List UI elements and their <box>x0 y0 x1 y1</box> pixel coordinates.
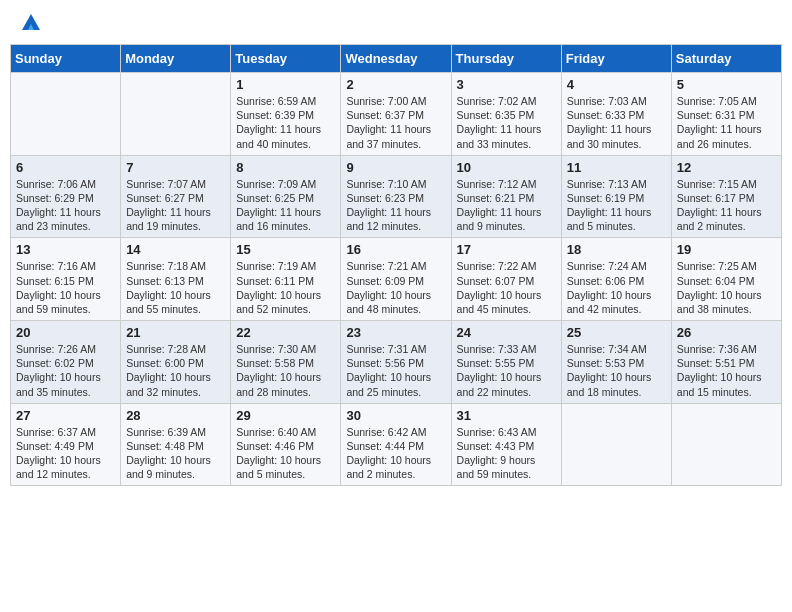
day-cell <box>561 403 671 486</box>
day-number: 2 <box>346 77 445 92</box>
day-number: 14 <box>126 242 225 257</box>
day-detail: Sunrise: 7:34 AMSunset: 5:53 PMDaylight:… <box>567 342 666 399</box>
day-detail: Sunrise: 7:30 AMSunset: 5:58 PMDaylight:… <box>236 342 335 399</box>
day-detail: Sunrise: 6:37 AMSunset: 4:49 PMDaylight:… <box>16 425 115 482</box>
logo-icon <box>20 12 42 34</box>
day-number: 31 <box>457 408 556 423</box>
day-detail: Sunrise: 7:05 AMSunset: 6:31 PMDaylight:… <box>677 94 776 151</box>
day-cell: 10Sunrise: 7:12 AMSunset: 6:21 PMDayligh… <box>451 155 561 238</box>
day-cell: 9Sunrise: 7:10 AMSunset: 6:23 PMDaylight… <box>341 155 451 238</box>
day-cell: 30Sunrise: 6:42 AMSunset: 4:44 PMDayligh… <box>341 403 451 486</box>
day-detail: Sunrise: 7:13 AMSunset: 6:19 PMDaylight:… <box>567 177 666 234</box>
day-number: 10 <box>457 160 556 175</box>
day-number: 21 <box>126 325 225 340</box>
day-number: 23 <box>346 325 445 340</box>
day-detail: Sunrise: 7:24 AMSunset: 6:06 PMDaylight:… <box>567 259 666 316</box>
day-number: 16 <box>346 242 445 257</box>
day-cell: 4Sunrise: 7:03 AMSunset: 6:33 PMDaylight… <box>561 73 671 156</box>
week-row-4: 20Sunrise: 7:26 AMSunset: 6:02 PMDayligh… <box>11 321 782 404</box>
day-number: 25 <box>567 325 666 340</box>
week-row-1: 1Sunrise: 6:59 AMSunset: 6:39 PMDaylight… <box>11 73 782 156</box>
day-number: 3 <box>457 77 556 92</box>
week-row-3: 13Sunrise: 7:16 AMSunset: 6:15 PMDayligh… <box>11 238 782 321</box>
day-number: 6 <box>16 160 115 175</box>
day-number: 22 <box>236 325 335 340</box>
day-cell: 15Sunrise: 7:19 AMSunset: 6:11 PMDayligh… <box>231 238 341 321</box>
day-detail: Sunrise: 6:59 AMSunset: 6:39 PMDaylight:… <box>236 94 335 151</box>
day-number: 30 <box>346 408 445 423</box>
day-detail: Sunrise: 7:33 AMSunset: 5:55 PMDaylight:… <box>457 342 556 399</box>
day-cell <box>121 73 231 156</box>
day-number: 24 <box>457 325 556 340</box>
day-detail: Sunrise: 7:25 AMSunset: 6:04 PMDaylight:… <box>677 259 776 316</box>
day-number: 15 <box>236 242 335 257</box>
day-number: 11 <box>567 160 666 175</box>
day-detail: Sunrise: 7:22 AMSunset: 6:07 PMDaylight:… <box>457 259 556 316</box>
day-detail: Sunrise: 7:09 AMSunset: 6:25 PMDaylight:… <box>236 177 335 234</box>
header-row: SundayMondayTuesdayWednesdayThursdayFrid… <box>11 45 782 73</box>
logo <box>18 12 42 34</box>
day-cell: 8Sunrise: 7:09 AMSunset: 6:25 PMDaylight… <box>231 155 341 238</box>
day-detail: Sunrise: 7:28 AMSunset: 6:00 PMDaylight:… <box>126 342 225 399</box>
day-detail: Sunrise: 6:40 AMSunset: 4:46 PMDaylight:… <box>236 425 335 482</box>
day-number: 7 <box>126 160 225 175</box>
day-cell: 17Sunrise: 7:22 AMSunset: 6:07 PMDayligh… <box>451 238 561 321</box>
day-number: 12 <box>677 160 776 175</box>
day-cell: 20Sunrise: 7:26 AMSunset: 6:02 PMDayligh… <box>11 321 121 404</box>
col-header-saturday: Saturday <box>671 45 781 73</box>
day-number: 26 <box>677 325 776 340</box>
day-number: 27 <box>16 408 115 423</box>
day-cell: 26Sunrise: 7:36 AMSunset: 5:51 PMDayligh… <box>671 321 781 404</box>
day-detail: Sunrise: 7:12 AMSunset: 6:21 PMDaylight:… <box>457 177 556 234</box>
day-detail: Sunrise: 7:19 AMSunset: 6:11 PMDaylight:… <box>236 259 335 316</box>
day-number: 13 <box>16 242 115 257</box>
day-detail: Sunrise: 6:42 AMSunset: 4:44 PMDaylight:… <box>346 425 445 482</box>
col-header-monday: Monday <box>121 45 231 73</box>
day-detail: Sunrise: 7:31 AMSunset: 5:56 PMDaylight:… <box>346 342 445 399</box>
day-cell: 25Sunrise: 7:34 AMSunset: 5:53 PMDayligh… <box>561 321 671 404</box>
day-cell: 22Sunrise: 7:30 AMSunset: 5:58 PMDayligh… <box>231 321 341 404</box>
day-detail: Sunrise: 7:10 AMSunset: 6:23 PMDaylight:… <box>346 177 445 234</box>
day-detail: Sunrise: 6:39 AMSunset: 4:48 PMDaylight:… <box>126 425 225 482</box>
day-cell: 13Sunrise: 7:16 AMSunset: 6:15 PMDayligh… <box>11 238 121 321</box>
col-header-tuesday: Tuesday <box>231 45 341 73</box>
col-header-thursday: Thursday <box>451 45 561 73</box>
day-number: 19 <box>677 242 776 257</box>
calendar-table: SundayMondayTuesdayWednesdayThursdayFrid… <box>10 44 782 486</box>
day-cell: 16Sunrise: 7:21 AMSunset: 6:09 PMDayligh… <box>341 238 451 321</box>
day-cell: 19Sunrise: 7:25 AMSunset: 6:04 PMDayligh… <box>671 238 781 321</box>
day-number: 4 <box>567 77 666 92</box>
day-cell: 21Sunrise: 7:28 AMSunset: 6:00 PMDayligh… <box>121 321 231 404</box>
col-header-friday: Friday <box>561 45 671 73</box>
day-number: 1 <box>236 77 335 92</box>
day-detail: Sunrise: 7:02 AMSunset: 6:35 PMDaylight:… <box>457 94 556 151</box>
day-detail: Sunrise: 7:06 AMSunset: 6:29 PMDaylight:… <box>16 177 115 234</box>
day-number: 5 <box>677 77 776 92</box>
day-cell: 31Sunrise: 6:43 AMSunset: 4:43 PMDayligh… <box>451 403 561 486</box>
day-cell: 5Sunrise: 7:05 AMSunset: 6:31 PMDaylight… <box>671 73 781 156</box>
col-header-wednesday: Wednesday <box>341 45 451 73</box>
week-row-5: 27Sunrise: 6:37 AMSunset: 4:49 PMDayligh… <box>11 403 782 486</box>
day-detail: Sunrise: 6:43 AMSunset: 4:43 PMDaylight:… <box>457 425 556 482</box>
day-cell: 28Sunrise: 6:39 AMSunset: 4:48 PMDayligh… <box>121 403 231 486</box>
day-detail: Sunrise: 7:07 AMSunset: 6:27 PMDaylight:… <box>126 177 225 234</box>
day-cell: 7Sunrise: 7:07 AMSunset: 6:27 PMDaylight… <box>121 155 231 238</box>
day-number: 17 <box>457 242 556 257</box>
day-cell: 1Sunrise: 6:59 AMSunset: 6:39 PMDaylight… <box>231 73 341 156</box>
day-number: 28 <box>126 408 225 423</box>
week-row-2: 6Sunrise: 7:06 AMSunset: 6:29 PMDaylight… <box>11 155 782 238</box>
day-cell: 14Sunrise: 7:18 AMSunset: 6:13 PMDayligh… <box>121 238 231 321</box>
day-detail: Sunrise: 7:36 AMSunset: 5:51 PMDaylight:… <box>677 342 776 399</box>
day-detail: Sunrise: 7:00 AMSunset: 6:37 PMDaylight:… <box>346 94 445 151</box>
day-cell: 29Sunrise: 6:40 AMSunset: 4:46 PMDayligh… <box>231 403 341 486</box>
day-cell: 2Sunrise: 7:00 AMSunset: 6:37 PMDaylight… <box>341 73 451 156</box>
day-detail: Sunrise: 7:03 AMSunset: 6:33 PMDaylight:… <box>567 94 666 151</box>
day-detail: Sunrise: 7:16 AMSunset: 6:15 PMDaylight:… <box>16 259 115 316</box>
day-detail: Sunrise: 7:15 AMSunset: 6:17 PMDaylight:… <box>677 177 776 234</box>
day-cell: 6Sunrise: 7:06 AMSunset: 6:29 PMDaylight… <box>11 155 121 238</box>
day-cell: 12Sunrise: 7:15 AMSunset: 6:17 PMDayligh… <box>671 155 781 238</box>
day-cell: 23Sunrise: 7:31 AMSunset: 5:56 PMDayligh… <box>341 321 451 404</box>
day-cell: 3Sunrise: 7:02 AMSunset: 6:35 PMDaylight… <box>451 73 561 156</box>
day-cell: 24Sunrise: 7:33 AMSunset: 5:55 PMDayligh… <box>451 321 561 404</box>
day-cell: 18Sunrise: 7:24 AMSunset: 6:06 PMDayligh… <box>561 238 671 321</box>
